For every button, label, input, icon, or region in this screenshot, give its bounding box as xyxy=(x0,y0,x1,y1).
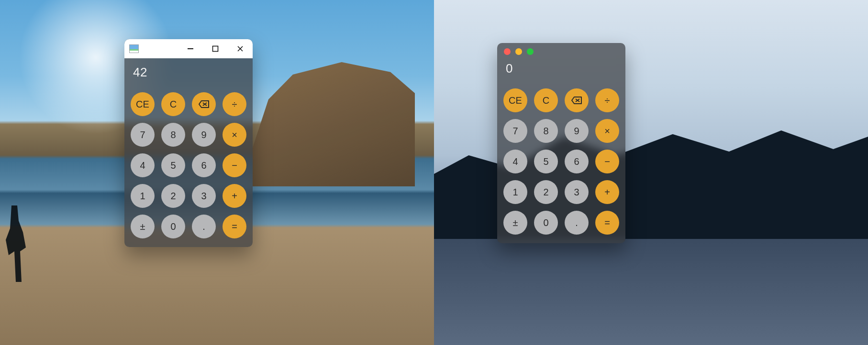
minimize-icon xyxy=(187,45,194,52)
app-icon xyxy=(129,44,139,53)
key-2[interactable]: 2 xyxy=(161,184,185,208)
key-0[interactable]: 0 xyxy=(534,211,558,235)
key-backspace[interactable] xyxy=(192,92,216,116)
traffic-light-minimize[interactable] xyxy=(515,48,522,55)
wallpaper-water xyxy=(434,239,868,345)
titlebar-windows xyxy=(124,39,253,58)
left-pane: 42 CE C ÷ 7 8 9 × 4 5 6 − 1 2 3 + ± xyxy=(0,0,434,345)
calc-display: 42 xyxy=(124,58,253,86)
key-9[interactable]: 9 xyxy=(565,119,589,143)
key-subtract[interactable]: − xyxy=(595,150,619,173)
key-multiply[interactable]: × xyxy=(595,119,619,143)
right-pane: 0 CE C ÷ 7 8 9 × 4 5 6 − 1 2 3 + ± xyxy=(434,0,868,345)
traffic-light-zoom[interactable] xyxy=(527,48,534,55)
key-backspace[interactable] xyxy=(565,88,589,112)
key-multiply[interactable]: × xyxy=(223,123,246,147)
key-sign[interactable]: ± xyxy=(503,211,527,235)
minimize-button[interactable] xyxy=(178,39,203,58)
key-3[interactable]: 3 xyxy=(192,184,216,208)
key-add[interactable]: + xyxy=(595,180,619,204)
close-button[interactable] xyxy=(228,39,253,58)
key-0[interactable]: 0 xyxy=(161,215,185,238)
key-3[interactable]: 3 xyxy=(565,180,589,204)
key-equals[interactable]: = xyxy=(223,215,246,238)
key-5[interactable]: 5 xyxy=(534,150,558,173)
maximize-button[interactable] xyxy=(203,39,228,58)
calc-display: 0 xyxy=(497,60,625,83)
svg-rect-1 xyxy=(213,46,218,52)
key-sign[interactable]: ± xyxy=(131,215,155,238)
comparison-canvas: 42 CE C ÷ 7 8 9 × 4 5 6 − 1 2 3 + ± xyxy=(0,0,868,345)
key-4[interactable]: 4 xyxy=(503,150,527,173)
traffic-light-close[interactable] xyxy=(504,48,511,55)
keypad: CE C ÷ 7 8 9 × 4 5 6 − 1 2 3 + ± 0 xyxy=(124,86,253,247)
key-1[interactable]: 1 xyxy=(503,180,527,204)
backspace-icon xyxy=(571,97,582,104)
key-subtract[interactable]: − xyxy=(223,153,246,177)
key-clear[interactable]: C xyxy=(534,88,558,112)
key-divide[interactable]: ÷ xyxy=(223,92,246,116)
key-decimal[interactable]: . xyxy=(192,215,216,238)
titlebar-macos xyxy=(497,43,625,60)
key-6[interactable]: 6 xyxy=(192,153,216,177)
key-8[interactable]: 8 xyxy=(161,123,185,147)
key-6[interactable]: 6 xyxy=(565,150,589,173)
keypad: CE C ÷ 7 8 9 × 4 5 6 − 1 2 3 + ± 0 xyxy=(497,83,625,243)
key-4[interactable]: 4 xyxy=(131,153,155,177)
backspace-icon xyxy=(199,100,209,108)
key-9[interactable]: 9 xyxy=(192,123,216,147)
key-decimal[interactable]: . xyxy=(565,211,589,235)
key-add[interactable]: + xyxy=(223,184,246,208)
calculator-window-windows: 42 CE C ÷ 7 8 9 × 4 5 6 − 1 2 3 + ± xyxy=(124,39,253,247)
key-clear-entry[interactable]: CE xyxy=(503,88,527,112)
key-equals[interactable]: = xyxy=(595,211,619,235)
pane-divider xyxy=(434,0,434,345)
key-2[interactable]: 2 xyxy=(534,180,558,204)
key-8[interactable]: 8 xyxy=(534,119,558,143)
key-5[interactable]: 5 xyxy=(161,153,185,177)
key-7[interactable]: 7 xyxy=(503,119,527,143)
key-clear[interactable]: C xyxy=(161,92,185,116)
key-divide[interactable]: ÷ xyxy=(595,88,619,112)
calculator-window-macos: 0 CE C ÷ 7 8 9 × 4 5 6 − 1 2 3 + ± xyxy=(497,43,625,243)
close-icon xyxy=(237,45,244,52)
maximize-icon xyxy=(212,45,219,52)
key-1[interactable]: 1 xyxy=(131,184,155,208)
key-7[interactable]: 7 xyxy=(131,123,155,147)
key-clear-entry[interactable]: CE xyxy=(131,92,155,116)
